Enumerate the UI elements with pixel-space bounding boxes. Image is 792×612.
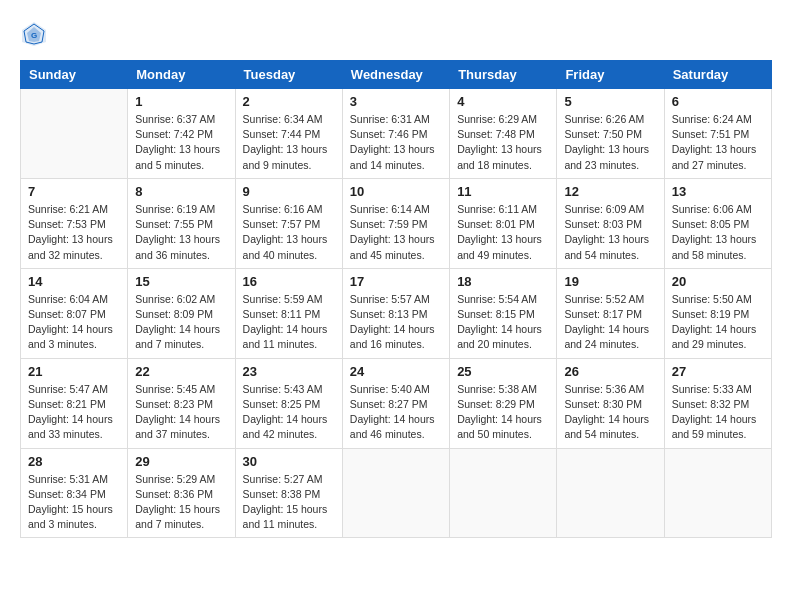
weekday-header-friday: Friday: [557, 61, 664, 89]
calendar-cell: 6Sunrise: 6:24 AMSunset: 7:51 PMDaylight…: [664, 89, 771, 179]
calendar-cell: 21Sunrise: 5:47 AMSunset: 8:21 PMDayligh…: [21, 358, 128, 448]
day-info: Sunrise: 5:47 AMSunset: 8:21 PMDaylight:…: [28, 382, 120, 443]
calendar-cell: 3Sunrise: 6:31 AMSunset: 7:46 PMDaylight…: [342, 89, 449, 179]
calendar-cell: 2Sunrise: 6:34 AMSunset: 7:44 PMDaylight…: [235, 89, 342, 179]
day-info: Sunrise: 6:14 AMSunset: 7:59 PMDaylight:…: [350, 202, 442, 263]
calendar-cell: 5Sunrise: 6:26 AMSunset: 7:50 PMDaylight…: [557, 89, 664, 179]
calendar-cell: [21, 89, 128, 179]
page-header: G: [20, 20, 772, 48]
day-info: Sunrise: 5:33 AMSunset: 8:32 PMDaylight:…: [672, 382, 764, 443]
day-info: Sunrise: 5:52 AMSunset: 8:17 PMDaylight:…: [564, 292, 656, 353]
day-number: 13: [672, 184, 764, 199]
day-number: 4: [457, 94, 549, 109]
day-number: 25: [457, 364, 549, 379]
day-number: 14: [28, 274, 120, 289]
day-info: Sunrise: 6:24 AMSunset: 7:51 PMDaylight:…: [672, 112, 764, 173]
day-info: Sunrise: 6:06 AMSunset: 8:05 PMDaylight:…: [672, 202, 764, 263]
day-info: Sunrise: 5:40 AMSunset: 8:27 PMDaylight:…: [350, 382, 442, 443]
day-number: 11: [457, 184, 549, 199]
weekday-header-sunday: Sunday: [21, 61, 128, 89]
day-info: Sunrise: 6:04 AMSunset: 8:07 PMDaylight:…: [28, 292, 120, 353]
day-info: Sunrise: 5:43 AMSunset: 8:25 PMDaylight:…: [243, 382, 335, 443]
calendar-cell: 26Sunrise: 5:36 AMSunset: 8:30 PMDayligh…: [557, 358, 664, 448]
day-info: Sunrise: 5:57 AMSunset: 8:13 PMDaylight:…: [350, 292, 442, 353]
day-number: 22: [135, 364, 227, 379]
day-info: Sunrise: 6:37 AMSunset: 7:42 PMDaylight:…: [135, 112, 227, 173]
calendar-cell: 11Sunrise: 6:11 AMSunset: 8:01 PMDayligh…: [450, 178, 557, 268]
day-number: 20: [672, 274, 764, 289]
day-info: Sunrise: 5:59 AMSunset: 8:11 PMDaylight:…: [243, 292, 335, 353]
day-info: Sunrise: 5:50 AMSunset: 8:19 PMDaylight:…: [672, 292, 764, 353]
weekday-header-row: SundayMondayTuesdayWednesdayThursdayFrid…: [21, 61, 772, 89]
day-info: Sunrise: 6:19 AMSunset: 7:55 PMDaylight:…: [135, 202, 227, 263]
calendar-cell: 17Sunrise: 5:57 AMSunset: 8:13 PMDayligh…: [342, 268, 449, 358]
day-info: Sunrise: 5:31 AMSunset: 8:34 PMDaylight:…: [28, 472, 120, 533]
day-number: 24: [350, 364, 442, 379]
weekday-header-saturday: Saturday: [664, 61, 771, 89]
calendar-cell: 14Sunrise: 6:04 AMSunset: 8:07 PMDayligh…: [21, 268, 128, 358]
day-number: 18: [457, 274, 549, 289]
day-info: Sunrise: 6:11 AMSunset: 8:01 PMDaylight:…: [457, 202, 549, 263]
day-number: 17: [350, 274, 442, 289]
day-info: Sunrise: 5:38 AMSunset: 8:29 PMDaylight:…: [457, 382, 549, 443]
calendar-cell: 7Sunrise: 6:21 AMSunset: 7:53 PMDaylight…: [21, 178, 128, 268]
day-number: 2: [243, 94, 335, 109]
day-number: 29: [135, 454, 227, 469]
day-number: 15: [135, 274, 227, 289]
day-number: 30: [243, 454, 335, 469]
calendar-week-5: 28Sunrise: 5:31 AMSunset: 8:34 PMDayligh…: [21, 448, 772, 538]
calendar-cell: [450, 448, 557, 538]
logo-icon: G: [20, 20, 48, 48]
calendar-cell: 9Sunrise: 6:16 AMSunset: 7:57 PMDaylight…: [235, 178, 342, 268]
day-number: 16: [243, 274, 335, 289]
day-info: Sunrise: 5:54 AMSunset: 8:15 PMDaylight:…: [457, 292, 549, 353]
day-info: Sunrise: 6:21 AMSunset: 7:53 PMDaylight:…: [28, 202, 120, 263]
weekday-header-monday: Monday: [128, 61, 235, 89]
day-info: Sunrise: 6:02 AMSunset: 8:09 PMDaylight:…: [135, 292, 227, 353]
calendar-cell: 12Sunrise: 6:09 AMSunset: 8:03 PMDayligh…: [557, 178, 664, 268]
calendar-cell: 8Sunrise: 6:19 AMSunset: 7:55 PMDaylight…: [128, 178, 235, 268]
svg-text:G: G: [31, 31, 37, 40]
day-number: 9: [243, 184, 335, 199]
day-info: Sunrise: 6:31 AMSunset: 7:46 PMDaylight:…: [350, 112, 442, 173]
calendar-week-1: 1Sunrise: 6:37 AMSunset: 7:42 PMDaylight…: [21, 89, 772, 179]
day-number: 7: [28, 184, 120, 199]
calendar-cell: 28Sunrise: 5:31 AMSunset: 8:34 PMDayligh…: [21, 448, 128, 538]
calendar-cell: 23Sunrise: 5:43 AMSunset: 8:25 PMDayligh…: [235, 358, 342, 448]
calendar-cell: 30Sunrise: 5:27 AMSunset: 8:38 PMDayligh…: [235, 448, 342, 538]
day-number: 27: [672, 364, 764, 379]
day-info: Sunrise: 6:29 AMSunset: 7:48 PMDaylight:…: [457, 112, 549, 173]
day-number: 23: [243, 364, 335, 379]
calendar-cell: [664, 448, 771, 538]
calendar-cell: 19Sunrise: 5:52 AMSunset: 8:17 PMDayligh…: [557, 268, 664, 358]
day-info: Sunrise: 5:27 AMSunset: 8:38 PMDaylight:…: [243, 472, 335, 533]
calendar-cell: 27Sunrise: 5:33 AMSunset: 8:32 PMDayligh…: [664, 358, 771, 448]
calendar-cell: 1Sunrise: 6:37 AMSunset: 7:42 PMDaylight…: [128, 89, 235, 179]
weekday-header-tuesday: Tuesday: [235, 61, 342, 89]
calendar-week-3: 14Sunrise: 6:04 AMSunset: 8:07 PMDayligh…: [21, 268, 772, 358]
calendar-week-2: 7Sunrise: 6:21 AMSunset: 7:53 PMDaylight…: [21, 178, 772, 268]
day-number: 19: [564, 274, 656, 289]
calendar-cell: 20Sunrise: 5:50 AMSunset: 8:19 PMDayligh…: [664, 268, 771, 358]
calendar-week-4: 21Sunrise: 5:47 AMSunset: 8:21 PMDayligh…: [21, 358, 772, 448]
calendar-table: SundayMondayTuesdayWednesdayThursdayFrid…: [20, 60, 772, 538]
day-number: 3: [350, 94, 442, 109]
calendar-cell: 4Sunrise: 6:29 AMSunset: 7:48 PMDaylight…: [450, 89, 557, 179]
day-info: Sunrise: 5:36 AMSunset: 8:30 PMDaylight:…: [564, 382, 656, 443]
calendar-cell: 18Sunrise: 5:54 AMSunset: 8:15 PMDayligh…: [450, 268, 557, 358]
calendar-cell: 16Sunrise: 5:59 AMSunset: 8:11 PMDayligh…: [235, 268, 342, 358]
day-info: Sunrise: 5:29 AMSunset: 8:36 PMDaylight:…: [135, 472, 227, 533]
day-number: 26: [564, 364, 656, 379]
calendar-cell: [557, 448, 664, 538]
calendar-cell: 15Sunrise: 6:02 AMSunset: 8:09 PMDayligh…: [128, 268, 235, 358]
logo: G: [20, 20, 52, 48]
day-number: 5: [564, 94, 656, 109]
day-info: Sunrise: 6:16 AMSunset: 7:57 PMDaylight:…: [243, 202, 335, 263]
day-number: 8: [135, 184, 227, 199]
calendar-cell: 22Sunrise: 5:45 AMSunset: 8:23 PMDayligh…: [128, 358, 235, 448]
day-number: 12: [564, 184, 656, 199]
day-info: Sunrise: 6:26 AMSunset: 7:50 PMDaylight:…: [564, 112, 656, 173]
calendar-cell: 29Sunrise: 5:29 AMSunset: 8:36 PMDayligh…: [128, 448, 235, 538]
day-info: Sunrise: 5:45 AMSunset: 8:23 PMDaylight:…: [135, 382, 227, 443]
day-info: Sunrise: 6:09 AMSunset: 8:03 PMDaylight:…: [564, 202, 656, 263]
